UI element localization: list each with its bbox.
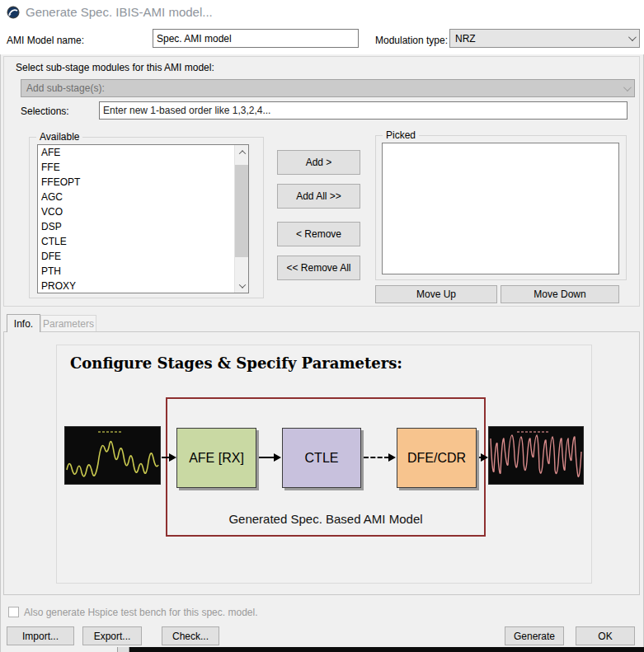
diagram-heading: Configure Stages & Specify Parameters: (70, 354, 402, 372)
picked-group-title: Picked (383, 129, 419, 141)
available-list-item[interactable]: PROXY (38, 279, 234, 293)
import-button[interactable]: Import... (7, 626, 74, 645)
app-icon (7, 6, 20, 19)
available-scrollbar[interactable] (234, 145, 248, 293)
move-down-button[interactable]: Move Down (501, 285, 619, 303)
move-up-button[interactable]: Move Up (375, 285, 497, 303)
arrowhead-icon (481, 453, 488, 462)
modulation-type-value: NRZ (455, 33, 476, 45)
stage-label-afe: AFE [RX] (189, 451, 244, 466)
modulation-type-select[interactable]: NRZ (449, 29, 640, 48)
available-list-item[interactable]: VCO (38, 204, 234, 219)
output-signal-image (488, 426, 584, 485)
scroll-up-icon[interactable] (235, 145, 249, 159)
available-group-title: Available (36, 131, 82, 143)
stage-box-afe: AFE [RX] (176, 428, 256, 488)
taskbar-strip (129, 647, 644, 652)
hspice-checkbox-label: Also generate Hspice test bench for this… (24, 607, 257, 618)
stage-label-dfe: DFE/CDR (407, 451, 466, 466)
available-list-item[interactable]: AGC (38, 190, 234, 204)
arrow-ctle-to-dfe-dashed (364, 457, 389, 458)
available-list-item[interactable]: PTH (38, 264, 234, 279)
available-list-item[interactable]: AFE (38, 145, 234, 160)
arrowhead-icon (274, 453, 281, 462)
ami-model-container-label: Generated Spec. Based AMI Model (167, 512, 484, 526)
check-button[interactable]: Check... (162, 626, 219, 645)
input-signal-image (64, 426, 161, 485)
selections-label: Selections: (21, 106, 69, 117)
available-list-item[interactable]: FFEOPT (38, 175, 234, 190)
add-all-button[interactable]: Add All >> (277, 184, 360, 209)
window-title: Generate Spec. IBIS-AMI model... (26, 5, 213, 19)
stage-box-dfe: DFE/CDR (397, 428, 477, 488)
available-list-item[interactable]: DSP (38, 219, 234, 234)
title-bar: Generate Spec. IBIS-AMI model... (0, 0, 644, 25)
arrowhead-icon (169, 453, 176, 462)
picked-listbox[interactable] (382, 143, 619, 274)
model-name-label: AMI Model name: (7, 35, 84, 46)
ok-button[interactable]: OK (576, 626, 635, 645)
add-button[interactable]: Add > (277, 150, 360, 175)
tab-info[interactable]: Info. (7, 314, 40, 332)
available-list-item[interactable]: CTLE (38, 234, 234, 249)
selections-input[interactable] (99, 101, 628, 120)
available-list-item[interactable]: DFE (38, 249, 234, 264)
tab-parameters[interactable]: Parameters (40, 315, 96, 332)
generate-button[interactable]: Generate (505, 626, 564, 645)
modulation-type-label: Modulation type: (375, 35, 448, 46)
substage-group-title: Select sub-stage modules for this AMI mo… (16, 62, 214, 73)
taskbar-edge (117, 647, 129, 652)
available-list-item[interactable]: FFE (38, 160, 234, 175)
arrowhead-icon (388, 453, 396, 462)
remove-button[interactable]: < Remove (277, 222, 360, 246)
model-name-input[interactable] (153, 29, 359, 48)
add-substage-text: Add sub-stage(s): (26, 82, 105, 94)
chevron-down-icon (623, 83, 632, 91)
scrollbar-thumb[interactable] (235, 165, 249, 257)
generate-spec-dialog: Generate Spec. IBIS-AMI model... AMI Mod… (0, 0, 644, 652)
remove-all-button[interactable]: << Remove All (277, 256, 360, 280)
add-substage-select[interactable]: Add sub-stage(s): (21, 79, 635, 97)
stage-label-ctle: CTLE (305, 451, 339, 466)
scroll-down-icon[interactable] (235, 279, 249, 293)
export-button[interactable]: Export... (82, 626, 142, 645)
chevron-down-icon (628, 33, 637, 41)
stage-box-ctle: CTLE (282, 428, 361, 488)
available-listbox[interactable]: AFEFFEFFEOPTAGCVCODSPCTLEDFEPTHPROXY (37, 144, 249, 293)
hspice-checkbox[interactable] (8, 607, 19, 617)
arrow-afe-to-ctle (259, 457, 275, 458)
